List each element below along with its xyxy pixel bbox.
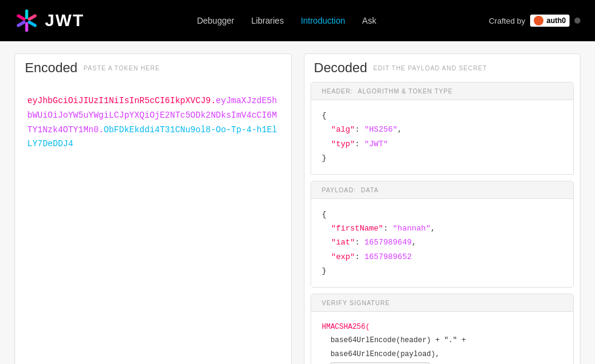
auth0-text: auth0 <box>546 16 566 25</box>
svg-line-2 <box>18 16 24 19</box>
auth0-badge: auth0 <box>530 15 570 27</box>
status-dot <box>574 18 580 24</box>
encoded-subtitle: PASTE A TOKEN HERE <box>84 65 160 72</box>
nav-ask[interactable]: Ask <box>362 16 376 25</box>
token-header-part: eyJhbGciOiJIUzI1NiIsInR5cCI6IkpXVCJ9. <box>27 96 216 106</box>
decoded-title: Decoded <box>314 60 368 76</box>
decoded-sections: HEADER: ALGORITHM & TOKEN TYPE { "alg": … <box>304 82 580 364</box>
header-section-body[interactable]: { "alg": "HS256", "typ": "JWT" } <box>311 100 574 174</box>
signature-section-body: HMACSHA256( base64UrlEncode(header) + ".… <box>311 312 574 364</box>
svg-line-4 <box>29 16 35 19</box>
sig-func: HMACSHA256( <box>322 323 370 331</box>
nav-libraries[interactable]: Libraries <box>251 16 284 25</box>
encoded-token[interactable]: eyJhbGciOiJIUzI1NiIsInR5cCI6IkpXVCJ9.eyJ… <box>27 94 279 152</box>
svg-line-5 <box>18 22 24 26</box>
nav-debugger[interactable]: Debugger <box>197 16 235 25</box>
decoded-subtitle: EDIT THE PAYLOAD AND SECRET <box>374 65 487 72</box>
auth0-icon <box>534 16 543 25</box>
signature-section: VERIFY SIGNATURE HMACSHA256( base64UrlEn… <box>311 294 574 364</box>
signature-section-label: VERIFY SIGNATURE <box>311 294 574 312</box>
payload-section: PAYLOAD: DATA { "firstName": "hannah", "… <box>311 181 574 288</box>
decoded-header: Decoded EDIT THE PAYLOAD AND SECRET <box>304 54 580 82</box>
sig-line1: base64UrlEncode(header) + "." + <box>331 336 466 345</box>
header-section-label: HEADER: ALGORITHM & TOKEN TYPE <box>311 83 574 100</box>
logo[interactable]: JWT <box>15 8 84 33</box>
decoded-panel: Decoded EDIT THE PAYLOAD AND SECRET HEAD… <box>304 53 581 364</box>
nav-introduction[interactable]: Introduction <box>301 16 345 25</box>
encoded-header: Encoded PASTE A TOKEN HERE <box>15 54 291 82</box>
logo-icon <box>15 8 39 33</box>
nav-right: Crafted by auth0 <box>489 15 580 27</box>
encoded-title: Encoded <box>25 60 78 76</box>
sig-line2: base64UrlEncode(payload), <box>331 350 440 359</box>
crafted-label: Crafted by <box>489 16 525 25</box>
payload-section-body[interactable]: { "firstName": "hannah", "iat": 16579896… <box>311 199 574 287</box>
nav-links: Debugger Libraries Introduction Ask <box>197 16 377 25</box>
payload-section-label: PAYLOAD: DATA <box>311 181 574 199</box>
svg-line-3 <box>29 22 35 26</box>
logo-text: JWT <box>45 11 84 30</box>
header-section: HEADER: ALGORITHM & TOKEN TYPE { "alg": … <box>311 82 574 175</box>
main-content: Encoded PASTE A TOKEN HERE eyJhbGciOiJIU… <box>0 41 595 364</box>
auth0-logo: auth0 <box>530 15 570 27</box>
encoded-body[interactable]: eyJhbGciOiJIUzI1NiIsInR5cCI6IkpXVCJ9.eyJ… <box>15 82 291 164</box>
navbar: JWT Debugger Libraries Introduction Ask … <box>0 0 595 41</box>
encoded-panel: Encoded PASTE A TOKEN HERE eyJhbGciOiJIU… <box>15 53 292 364</box>
